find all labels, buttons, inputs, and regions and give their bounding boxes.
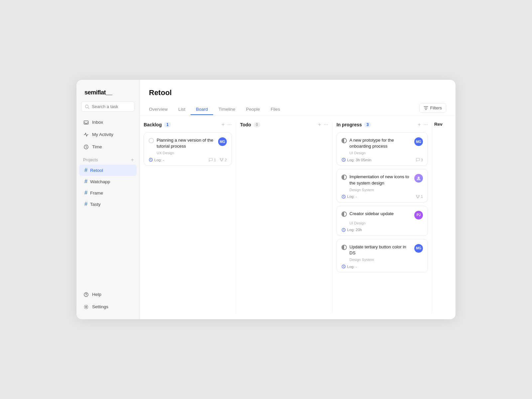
add-project-button[interactable]: + — [131, 157, 134, 163]
sidebar-item-my-activity-label: My Activity — [92, 132, 113, 137]
tab-people[interactable]: People — [241, 104, 265, 115]
search-input[interactable] — [92, 104, 131, 109]
svg-point-8 — [220, 158, 221, 159]
task-status-icon — [341, 138, 347, 143]
svg-point-9 — [222, 158, 223, 159]
table-row[interactable]: Implementation of new icons to the syste… — [336, 169, 428, 202]
task-comments: 3 — [416, 158, 423, 162]
board-area: Backlog 1 + ··· Planning a new version o… — [140, 116, 456, 319]
hash-icon-watchapp: # — [84, 179, 87, 185]
main-header: Retool Overview List Board Timeline Peop… — [140, 80, 456, 116]
table-row[interactable]: Update tertiary button color in DS MG De… — [336, 239, 428, 272]
svg-point-14 — [416, 195, 417, 196]
task-title: Creator sidebar update — [349, 211, 412, 217]
sidebar-item-inbox[interactable]: Inbox — [79, 116, 137, 128]
table-row[interactable]: A new prototype for the onboarding proce… — [336, 132, 428, 166]
task-status-icon — [149, 138, 154, 143]
column-backlog-title: Backlog — [144, 122, 162, 127]
tab-timeline[interactable]: Timeline — [213, 104, 241, 115]
search-icon — [85, 104, 89, 109]
task-meta: 1 2 — [208, 158, 227, 162]
tabs-right-actions: Filters — [419, 103, 446, 115]
project-retool-label: Retool — [90, 168, 103, 173]
filters-button[interactable]: Filters — [419, 103, 446, 113]
sidebar-item-watchapp[interactable]: # Watchapp — [79, 176, 137, 187]
task-footer: Log: 20h — [341, 228, 423, 232]
column-backlog-more-button[interactable]: ··· — [227, 122, 232, 128]
task-title: Planning a new version of the tutorial p… — [157, 137, 215, 149]
activity-icon — [83, 132, 89, 137]
branch-icon — [219, 158, 224, 162]
column-todo-add-button[interactable]: + — [318, 122, 321, 128]
sidebar-item-frame[interactable]: # Frame — [79, 187, 137, 199]
sidebar-item-tasty[interactable]: # Tasty — [79, 199, 137, 210]
column-in-progress-more-button[interactable]: ··· — [424, 122, 428, 128]
project-tasty-label: Tasty — [90, 202, 101, 207]
task-footer: Log: - 1 — [341, 195, 423, 199]
task-card-top: A new prototype for the onboarding proce… — [341, 137, 423, 149]
column-backlog-add-button[interactable]: + — [221, 122, 224, 128]
task-tag: UI Design — [349, 221, 423, 225]
task-title: Update tertiary button color in DS — [349, 244, 412, 256]
filters-label: Filters — [430, 105, 442, 110]
sidebar-item-settings[interactable]: Settings — [79, 301, 137, 313]
tab-list[interactable]: List — [173, 104, 191, 115]
svg-line-1 — [88, 107, 89, 109]
task-card-top: Update tertiary button color in DS MG — [341, 244, 423, 256]
task-status-icon — [341, 211, 347, 217]
column-todo-more-button[interactable]: ··· — [324, 122, 328, 128]
task-tag: Design System — [349, 258, 423, 262]
sidebar: semiflat__ Inbox — [76, 80, 140, 319]
task-tag: UX Design — [157, 151, 227, 155]
column-review: Rev — [432, 122, 449, 313]
task-log: Log: - — [149, 158, 164, 162]
task-subtasks: 2 — [219, 158, 227, 162]
task-card-top: Planning a new version of the tutorial p… — [149, 137, 227, 149]
column-backlog-actions: + ··· — [221, 122, 232, 128]
main-content: Retool Overview List Board Timeline Peop… — [140, 80, 456, 319]
task-tag: UI Design — [349, 151, 423, 155]
table-row[interactable]: Creator sidebar update PJ UI Design Log:… — [336, 206, 428, 236]
tab-overview[interactable]: Overview — [149, 104, 173, 115]
task-log-text: Log: 20h — [347, 228, 362, 232]
hash-icon-retool: # — [84, 167, 87, 173]
filter-icon — [424, 106, 428, 110]
task-card-top: Creator sidebar update PJ — [341, 211, 423, 219]
column-in-progress-count: 3 — [364, 122, 371, 127]
column-in-progress-actions: + ··· — [418, 122, 428, 128]
svg-point-5 — [86, 295, 86, 296]
sidebar-item-settings-label: Settings — [92, 304, 108, 309]
search-box[interactable] — [81, 101, 135, 112]
sidebar-item-help-label: Help — [92, 292, 101, 297]
sidebar-item-time-label: Time — [92, 144, 102, 149]
task-tag: Design System — [349, 188, 423, 192]
task-log-text: Log: - — [347, 265, 357, 269]
sidebar-item-time[interactable]: Time — [79, 141, 137, 153]
clock-icon — [83, 144, 89, 150]
page-title: Retool — [149, 88, 446, 97]
sidebar-item-retool[interactable]: # Retool — [79, 165, 137, 176]
task-log-text: Log: - — [347, 195, 357, 199]
clock-small-icon — [341, 228, 346, 232]
column-review-title: Rev — [434, 122, 443, 127]
sidebar-item-my-activity[interactable]: My Activity — [79, 129, 137, 140]
sidebar-item-help[interactable]: Help — [79, 289, 137, 300]
task-log: Log: 20h — [341, 228, 362, 232]
tab-bar: Overview List Board Timeline People File… — [149, 103, 446, 115]
tab-board[interactable]: Board — [191, 104, 213, 115]
sidebar-bottom: Help Settings — [76, 289, 139, 319]
table-row[interactable]: Planning a new version of the tutorial p… — [144, 132, 232, 166]
tab-files[interactable]: Files — [265, 104, 286, 115]
avatar: MG — [414, 137, 423, 146]
task-card-top: Implementation of new icons to the syste… — [341, 174, 423, 186]
task-footer: Log: 3h 05min 3 — [341, 158, 423, 162]
task-log: Log: 3h 05min — [341, 158, 371, 162]
column-in-progress-add-button[interactable]: + — [418, 122, 421, 128]
task-log-text: Log: 3h 05min — [347, 158, 371, 162]
clock-small-icon — [149, 158, 153, 162]
task-footer: Log: - 1 2 — [149, 158, 227, 162]
task-footer: Log: - — [341, 264, 423, 269]
clock-small-icon — [341, 195, 346, 199]
inbox-icon — [83, 119, 89, 125]
avatar: MG — [218, 137, 227, 146]
